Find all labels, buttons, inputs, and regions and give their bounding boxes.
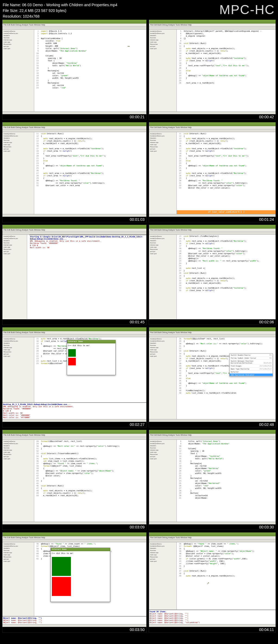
ide-screenshot: File Edit Build Debug Analyze Tools Wind… — [2, 430, 146, 524]
thumbnail-cell[interactable]: File Edit Build Debug Analyze Tools Wind… — [149, 20, 276, 120]
timestamp-label: 00:02:06 — [259, 320, 274, 324]
ide-screenshot: File Edit Build Debug Analyze Tools Wind… — [2, 533, 146, 627]
timestamp-label: 00:01:24 — [259, 217, 274, 222]
ide-screenshot: File Edit Build Debug Analyze Tools Wind… — [149, 533, 276, 627]
thumbnail-cell[interactable]: File Edit Build Debug Analyze Tools Wind… — [149, 327, 276, 428]
ide-screenshot: File Edit Build Debug Analyze Tools Wind… — [2, 122, 146, 217]
thumbnail-cell[interactable]: File Edit Build Debug Analyze Tools Wind… — [2, 327, 147, 428]
timestamp-label: 00:00:21 — [130, 115, 145, 119]
thumbnail-cell[interactable]: File Edit Build Debug Analyze Tools Wind… — [2, 532, 147, 633]
timestamp-label: 00:02:48 — [259, 422, 274, 427]
ide-screenshot: File Edit Build Debug Analyze Tools Wind… — [149, 225, 276, 319]
ide-screenshot: File Edit Build Debug Analyze Tools Wind… — [149, 430, 276, 524]
thumbnail-cell[interactable]: File Edit Build Debug Analyze Tools Wind… — [2, 20, 147, 120]
timestamp-label: 00:03:30 — [259, 525, 274, 529]
thumbnail-cell[interactable]: File Edit Build Debug Analyze Tools Wind… — [149, 122, 276, 222]
ide-screenshot: File Edit Build Debug Analyze Tools Wind… — [149, 327, 276, 422]
ide-screenshot: File Edit Build Debug Analyze Tools Wind… — [149, 122, 276, 217]
timestamp-label: 00:01:45 — [130, 320, 145, 324]
thumbnail-cell[interactable]: File Edit Build Debug Analyze Tools Wind… — [149, 225, 276, 325]
ide-screenshot: File Edit Build Debug Analyze Tools Wind… — [149, 20, 276, 114]
timestamp-label: 00:03:50 — [130, 627, 145, 632]
timestamp-label: 00:03:09 — [130, 525, 145, 529]
thumbnail-grid: File Edit Build Debug Analyze Tools Wind… — [2, 20, 276, 633]
thumbnail-cell[interactable]: File Edit Build Debug Analyze Tools Wind… — [149, 532, 276, 633]
player-watermark: MPC-HC — [219, 2, 275, 17]
timestamp-label: 00:00:42 — [259, 115, 274, 119]
thumbnail-cell[interactable]: File Edit Build Debug Analyze Tools Wind… — [2, 225, 147, 325]
timestamp-label: 00:02:27 — [130, 422, 145, 427]
timestamp-label: 00:04:11 — [259, 627, 274, 632]
ide-screenshot: File Edit Build Debug Analyze Tools Wind… — [2, 225, 146, 319]
timestamp-label: 00:01:03 — [130, 217, 145, 222]
thumbnail-cell[interactable]: File Edit Build Debug Analyze Tools Wind… — [2, 122, 147, 222]
thumbnail-cell[interactable]: File Edit Build Debug Analyze Tools Wind… — [2, 430, 147, 530]
thumbnail-cell[interactable]: File Edit Build Debug Analyze Tools Wind… — [149, 430, 276, 530]
media-player: MPC-HC File Name: 06 03 Demo - Working w… — [0, 0, 278, 644]
ide-screenshot: File Edit Build Debug Analyze Tools Wind… — [2, 327, 146, 422]
ide-screenshot: File Edit Build Debug Analyze Tools Wind… — [2, 20, 146, 114]
